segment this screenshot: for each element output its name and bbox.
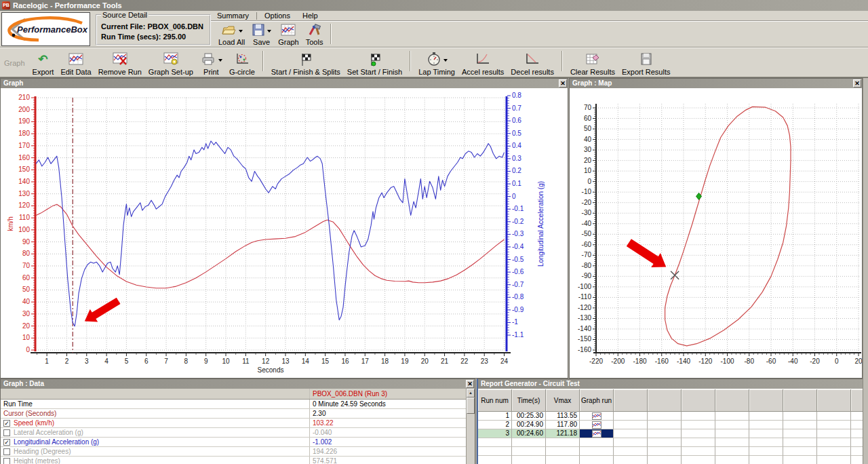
mdi-area: Graph ✕ 01020304050607080901001101201301… [0, 77, 868, 464]
svg-text:7: 7 [164, 357, 168, 365]
height-checkbox[interactable] [3, 458, 10, 464]
export-button[interactable]: ↶ Export [29, 48, 58, 77]
load-all-button[interactable]: Load All [215, 21, 248, 47]
row-label: Height (metres) [14, 457, 60, 464]
track-map-chart[interactable]: -160-150-140-130-120-110-100-90-80-70-60… [570, 88, 862, 378]
report-row: 2 00:24.90 117.80 [478, 421, 867, 429]
source-detail-legend: Source Detail [101, 11, 149, 19]
g-circle-icon [234, 52, 250, 66]
close-icon[interactable]: ✕ [559, 79, 567, 88]
decel-results-button[interactable]: Decel results [507, 48, 557, 77]
save-button[interactable]: Save [248, 21, 275, 47]
col-header-graph-run[interactable]: Graph run [580, 389, 614, 412]
data-row: Run Time 0 Minute 24.59 Seconds [1, 400, 475, 409]
data-header-file-col: PBOX_006.DBN (Run 3) [309, 389, 467, 399]
graph-run-cell[interactable] [580, 412, 614, 421]
graph-setup-button[interactable]: Graph Set-up [145, 48, 197, 77]
toolbar-separator [262, 51, 264, 71]
svg-text:-0.3: -0.3 [512, 230, 524, 237]
svg-text:-40: -40 [788, 357, 798, 365]
svg-text:-60: -60 [582, 241, 592, 248]
svg-text:-80: -80 [582, 262, 592, 269]
vmax-cell[interactable]: 113.55 [546, 412, 580, 421]
start-finish-splits-button[interactable]: Start / Finish & Splits [268, 48, 344, 77]
row-label: Lateral Acceleration (g) [14, 429, 83, 436]
map-panel-titlebar[interactable]: Graph : Map ✕ [570, 79, 862, 88]
report-row-selected: 3 00:24.60 121.18 [478, 429, 867, 438]
dropdown-arrow-icon[interactable] [239, 30, 243, 35]
graph-run-cell-selected[interactable] [580, 429, 614, 438]
row-label: Cursor (Seconds) [3, 410, 56, 417]
svg-text:70: 70 [22, 262, 31, 269]
app-icon: PB [2, 1, 10, 9]
data-panel-titlebar[interactable]: Graph : Data ✕ [1, 379, 475, 389]
svg-text:15: 15 [321, 357, 330, 365]
scrollbar-thumb[interactable] [467, 398, 475, 414]
vmax-cell[interactable]: 117.80 [546, 421, 580, 429]
lap-timing-button[interactable]: Lap Timing [415, 48, 458, 77]
g-circle-button[interactable]: G-circle [226, 48, 258, 77]
svg-text:20: 20 [854, 357, 862, 365]
remove-run-button[interactable]: Remove Run [95, 48, 145, 77]
graph-button[interactable]: Graph [275, 21, 302, 47]
source-detail-groupbox: Source Detail Current File: PBOX_006.DBN… [96, 11, 211, 45]
mini-chart-icon [592, 412, 601, 420]
heading-checkbox[interactable] [3, 448, 10, 455]
data-vertical-scrollbar[interactable]: ▲ [466, 389, 475, 464]
svg-text:10: 10 [22, 334, 31, 341]
menu-options[interactable]: Options [258, 11, 296, 20]
menu-summary[interactable]: Summary [211, 11, 255, 20]
set-start-finish-button[interactable]: Set Start / Finish [344, 48, 406, 77]
col-header-run-num[interactable]: Run num [478, 389, 512, 412]
longitudinal-accel-checkbox[interactable] [3, 439, 10, 446]
svg-text:60: 60 [584, 115, 592, 122]
window-titlebar[interactable]: PB Racelogic - Performance Tools [0, 0, 868, 11]
svg-text:1: 1 [45, 357, 49, 365]
scroll-up-arrow-icon[interactable]: ▲ [467, 389, 475, 398]
svg-text:0: 0 [835, 357, 839, 365]
svg-text:160: 160 [18, 154, 30, 161]
menu-help[interactable]: Help [296, 11, 324, 20]
svg-text:0: 0 [26, 346, 30, 353]
tools-button[interactable]: Tools [302, 21, 327, 47]
svg-text:4: 4 [104, 357, 108, 365]
col-header-vmax[interactable]: Vmax [546, 389, 580, 412]
run-num-cell[interactable]: 1 [478, 412, 512, 421]
print-button[interactable]: Print [197, 48, 226, 77]
stopwatch-icon [427, 52, 441, 66]
dropdown-arrow-icon[interactable] [267, 30, 271, 35]
map-panel-title: Graph : Map [572, 79, 612, 87]
row-value: 103.22 [309, 419, 467, 427]
dropdown-arrow-icon[interactable] [443, 59, 448, 64]
edit-data-button[interactable]: Edit Data [57, 48, 94, 77]
graph-panel-titlebar[interactable]: Graph ✕ [1, 79, 568, 88]
speed-accel-chart[interactable]: 0102030405060708090100110120130140150160… [1, 88, 568, 378]
remove-run-chart-icon [112, 52, 128, 66]
run-num-cell[interactable]: 3 [478, 429, 512, 438]
time-cell[interactable]: 00:24.60 [512, 429, 546, 438]
report-panel-titlebar[interactable]: Report Generator - Circuit Test [478, 379, 867, 389]
svg-text:0.3: 0.3 [512, 155, 521, 162]
svg-text:2: 2 [65, 357, 69, 365]
run-num-cell[interactable]: 2 [478, 421, 512, 429]
graph-run-cell[interactable] [580, 421, 614, 429]
vmax-cell[interactable]: 121.18 [546, 429, 580, 438]
svg-text:70: 70 [584, 104, 592, 111]
svg-text:0: 0 [512, 193, 516, 200]
edit-data-chart-icon [68, 52, 84, 66]
export-floppy-icon [639, 52, 653, 66]
col-header-time[interactable]: Time(s) [512, 389, 546, 412]
accel-results-button[interactable]: Accel results [458, 48, 507, 77]
svg-text:-120: -120 [578, 304, 591, 311]
clear-results-button[interactable]: Clear Results [567, 48, 618, 77]
dropdown-arrow-icon[interactable] [218, 59, 222, 64]
close-icon[interactable]: ✕ [466, 380, 474, 388]
speed-checkbox[interactable] [3, 420, 10, 427]
close-icon[interactable]: ✕ [853, 79, 861, 88]
time-cell[interactable]: 00:25.30 [512, 412, 546, 421]
lateral-accel-checkbox[interactable] [3, 429, 10, 436]
time-cell[interactable]: 00:24.90 [512, 421, 546, 429]
export-results-button[interactable]: Export Results [618, 48, 674, 77]
svg-text:120: 120 [18, 201, 30, 209]
svg-text:-150: -150 [578, 335, 591, 343]
